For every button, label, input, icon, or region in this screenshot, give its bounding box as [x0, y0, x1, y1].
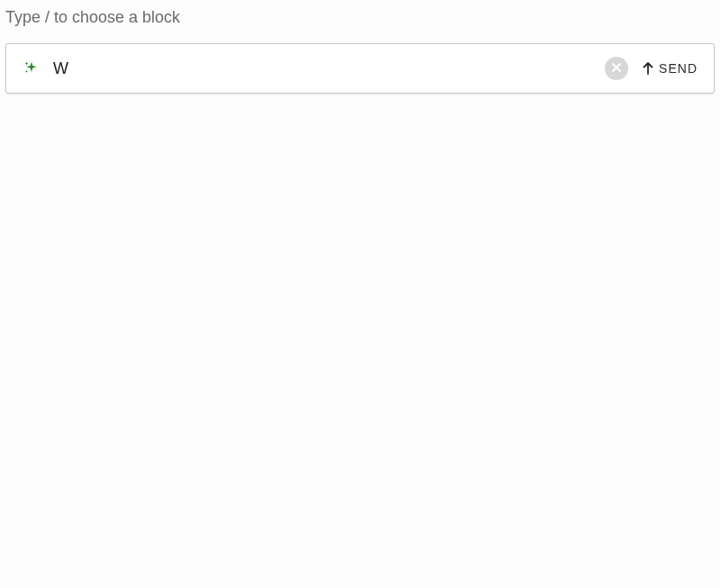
sparkle-icon: [22, 59, 40, 77]
send-button[interactable]: SEND: [641, 61, 698, 76]
close-icon: [611, 62, 622, 76]
ai-prompt-input[interactable]: [53, 59, 592, 78]
block-chooser-hint: Type / to choose a block: [5, 5, 715, 43]
clear-button[interactable]: [605, 57, 628, 80]
arrow-up-icon: [641, 61, 655, 76]
send-label: SEND: [659, 61, 698, 76]
ai-input-container: SEND: [5, 43, 715, 94]
